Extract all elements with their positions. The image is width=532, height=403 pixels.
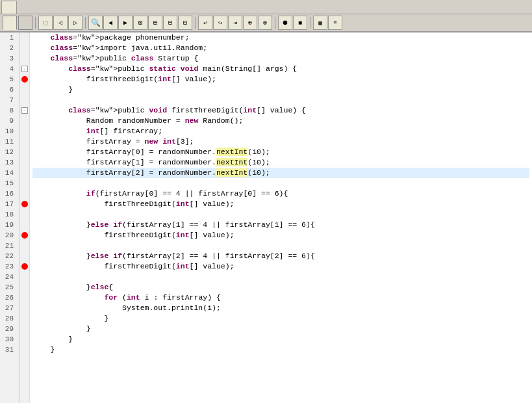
line-number: 8 bbox=[3, 105, 16, 116]
code-line: class="kw">public static void main(Strin… bbox=[32, 64, 529, 74]
breakpoint-icon[interactable] bbox=[21, 232, 28, 239]
code-line: class="kw">import java.util.Random; bbox=[32, 43, 529, 53]
toolbar-btn-a[interactable]: ⊠ bbox=[133, 16, 147, 30]
line-number: 29 bbox=[3, 324, 16, 334]
code-line bbox=[32, 240, 529, 251]
code-line: firstThreeDigit(int[] value); bbox=[32, 230, 529, 240]
line-number: 27 bbox=[3, 303, 16, 313]
toolbar-group-1: ⬚ ◁ ▷ bbox=[38, 16, 82, 30]
toolbar-btn-b[interactable]: ⊞ bbox=[148, 16, 162, 30]
gutter-cell bbox=[19, 199, 29, 209]
gutter-cell bbox=[19, 126, 29, 136]
line-number: 5 bbox=[3, 74, 16, 84]
history-tab[interactable] bbox=[18, 16, 32, 30]
code-content[interactable]: class="kw">package phonenumber; class="k… bbox=[30, 32, 532, 403]
source-tab[interactable] bbox=[3, 16, 17, 30]
code-line: firstArray[2] = randomNumber.nextInt(10)… bbox=[32, 168, 529, 178]
toolbar-btn-j[interactable]: ⏺ bbox=[278, 16, 292, 30]
code-line: } bbox=[32, 313, 529, 324]
breakpoint-icon[interactable] bbox=[21, 263, 28, 270]
line-numbers: 1234567891011121314151617181920212223242… bbox=[0, 32, 19, 403]
code-line: System.out.println(i); bbox=[32, 303, 529, 313]
line-number: 10 bbox=[3, 126, 16, 136]
line-number: 18 bbox=[3, 209, 16, 220]
toolbar-btn-1[interactable]: ⬚ bbox=[38, 16, 53, 30]
toolbar-btn-l[interactable]: ▦ bbox=[313, 16, 327, 30]
gutter-cell bbox=[19, 292, 29, 303]
toolbar-btn-d[interactable]: ⊡ bbox=[178, 16, 192, 30]
code-line: class="kw">public class Startup { bbox=[32, 53, 529, 64]
gutter-cell bbox=[19, 220, 29, 230]
code-line: class="kw">package phonenumber; bbox=[32, 32, 529, 43]
gutter-cell bbox=[19, 43, 29, 53]
toolbar-btn-h[interactable]: ⊕ bbox=[243, 16, 257, 30]
breakpoint-icon[interactable] bbox=[21, 76, 28, 83]
code-line: firstThreeDigit(int[] value); bbox=[32, 199, 529, 209]
line-number: 14 bbox=[3, 168, 16, 178]
gutter-cell bbox=[19, 303, 29, 313]
toolbar-btn-2[interactable]: ◁ bbox=[53, 16, 68, 30]
line-number: 11 bbox=[3, 136, 16, 147]
toolbar-btn-forward[interactable]: ▶ bbox=[118, 16, 133, 30]
gutter-cell bbox=[19, 53, 29, 64]
toolbar-btn-i[interactable]: ⊗ bbox=[258, 16, 272, 30]
tab-startup-java[interactable] bbox=[1, 1, 17, 14]
line-number: 28 bbox=[3, 313, 16, 324]
gutter-cell bbox=[19, 116, 29, 126]
code-line bbox=[32, 95, 529, 105]
gutter-cell bbox=[19, 157, 29, 168]
toolbar-btn-c[interactable]: ⊟ bbox=[163, 16, 177, 30]
gutter-cell bbox=[19, 32, 29, 43]
gutter-cell bbox=[19, 168, 29, 178]
line-number: 6 bbox=[3, 84, 16, 95]
code-line: firstArray = new int[3]; bbox=[32, 136, 529, 147]
line-number: 13 bbox=[3, 157, 16, 168]
line-number: 3 bbox=[3, 53, 16, 64]
line-number: 25 bbox=[3, 282, 16, 292]
gutter-cell bbox=[19, 272, 29, 282]
toolbar-btn-zoom-in[interactable]: 🔍 bbox=[88, 16, 103, 30]
toolbar-btn-back[interactable]: ◀ bbox=[103, 16, 118, 30]
code-line: }else if(firstArray[2] == 4 || firstArra… bbox=[32, 251, 529, 261]
toolbar-group-3: ↩ ↪ ⇥ ⊕ ⊗ bbox=[198, 16, 272, 30]
gutter-cell bbox=[19, 178, 29, 188]
toolbar-separator-4 bbox=[275, 17, 275, 29]
toolbar-btn-m[interactable]: ≡ bbox=[328, 16, 342, 30]
line-number: 26 bbox=[3, 292, 16, 303]
code-line: for (int i : firstArray) { bbox=[32, 292, 529, 303]
line-number: 23 bbox=[3, 261, 16, 272]
code-area: 1234567891011121314151617181920212223242… bbox=[0, 32, 532, 403]
line-number: 20 bbox=[3, 230, 16, 240]
gutter-cell bbox=[19, 334, 29, 344]
gutter-cell: - bbox=[19, 105, 29, 116]
gutter-cell bbox=[19, 324, 29, 334]
collapse-icon[interactable]: - bbox=[21, 66, 28, 72]
code-line: firstArray[1] = randomNumber.nextInt(10)… bbox=[32, 157, 529, 168]
gutter-cell bbox=[19, 230, 29, 240]
line-number: 4 bbox=[3, 64, 16, 74]
tab-bar bbox=[0, 0, 532, 14]
toolbar-btn-k[interactable]: ■ bbox=[293, 16, 307, 30]
line-number: 12 bbox=[3, 147, 16, 157]
line-number: 16 bbox=[3, 188, 16, 199]
breakpoint-icon[interactable] bbox=[21, 201, 28, 207]
toolbar-btn-e[interactable]: ↩ bbox=[198, 16, 212, 30]
collapse-icon[interactable]: - bbox=[21, 107, 28, 114]
gutter-cell bbox=[19, 136, 29, 147]
toolbar: ⬚ ◁ ▷ 🔍 ◀ ▶ ⊠ ⊞ ⊟ ⊡ ↩ ↪ ⇥ ⊕ ⊗ ⏺ ■ ▦ ≡ bbox=[0, 14, 532, 32]
line-number: 9 bbox=[3, 116, 16, 126]
line-number: 22 bbox=[3, 251, 16, 261]
code-line bbox=[32, 209, 529, 220]
toolbar-btn-f[interactable]: ↪ bbox=[213, 16, 227, 30]
code-line: firstThreeDigit(int[] value); bbox=[32, 74, 529, 84]
code-line: Random randomNumber = new Random(); bbox=[32, 116, 529, 126]
toolbar-btn-g[interactable]: ⇥ bbox=[228, 16, 242, 30]
toolbar-btn-3[interactable]: ▷ bbox=[68, 16, 82, 30]
gutter-cell bbox=[19, 282, 29, 292]
line-number: 2 bbox=[3, 43, 16, 53]
gutter: -- bbox=[19, 32, 30, 403]
line-number: 7 bbox=[3, 95, 16, 105]
gutter-cell bbox=[19, 240, 29, 251]
code-line: } bbox=[32, 344, 529, 355]
gutter-cell: - bbox=[19, 64, 29, 74]
